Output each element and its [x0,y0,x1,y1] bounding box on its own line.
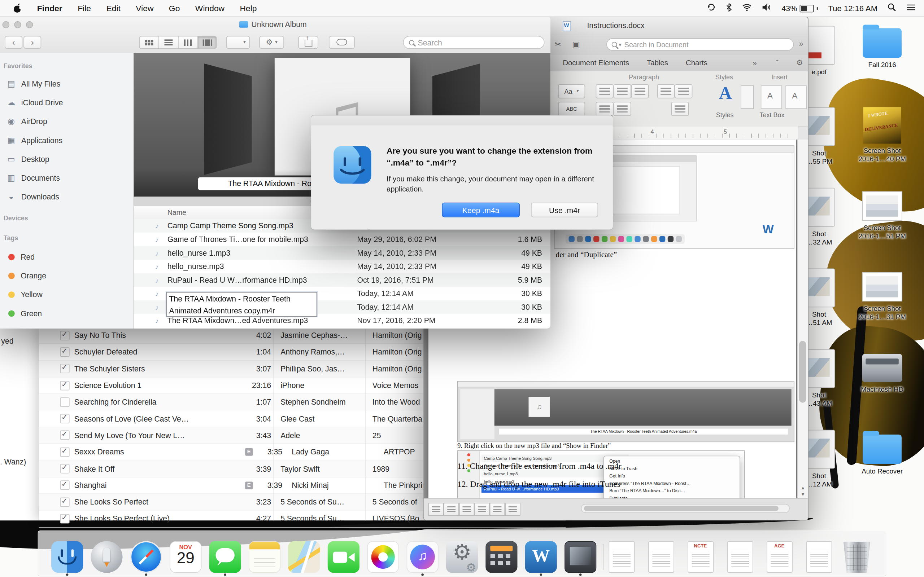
desktop-icon-macintosh-hd[interactable]: Macintosh HD [851,354,913,393]
menu-bar-clock[interactable]: Tue 12:16 AM [828,4,877,13]
icon-view-button[interactable] [139,36,158,49]
tag-blue[interactable]: Blue [0,323,133,329]
menu-item-finder[interactable]: Finder [37,3,63,13]
use-m4r-button[interactable]: Use .m4r [531,203,598,218]
song-checkbox[interactable]: ✓ [60,464,69,474]
calculator-icon[interactable] [485,541,517,573]
dialog-titlebar[interactable] [311,115,613,126]
scrollbar-thumb[interactable] [584,506,779,511]
notebook-view-button[interactable] [490,503,505,516]
file-row[interactable]: ♪ RuPaul - Read U W…rformance HD.mp3 Oct… [134,273,551,287]
document-icon[interactable] [648,541,674,573]
column-view-button[interactable] [178,36,197,49]
shape-button[interactable] [785,85,807,109]
wifi-icon[interactable] [742,3,752,13]
desktop-icon-screenshot-40pm[interactable]: I WROTE DELIVERANCE Screen Shot 2016-1…4… [851,107,913,163]
cut-icon[interactable]: ✂ [554,39,561,49]
song-checkbox[interactable]: ✓ [60,414,69,423]
volume-icon[interactable] [762,3,772,13]
sidebar-item-documents[interactable]: Documents [0,168,133,187]
song-checkbox[interactable]: ✓ [60,447,69,456]
finder-search-field[interactable]: Search [403,36,544,49]
decrease-indent-button[interactable] [657,84,675,98]
messages-icon[interactable] [209,541,241,573]
paste-icon[interactable]: ▣ [572,39,580,49]
song-checkbox[interactable]: ✓ [60,331,69,340]
list-view-button[interactable] [158,36,178,49]
keep-m4a-button[interactable]: Keep .m4a [442,203,520,218]
facetime-icon[interactable] [328,541,360,573]
styles-button[interactable]: A [714,83,737,109]
spelling-button[interactable]: ABC [558,102,585,116]
song-checkbox[interactable]: ✓ [60,364,69,373]
notes-icon[interactable] [249,541,281,573]
forward-button[interactable]: › [23,36,41,49]
document-icon[interactable] [727,541,753,573]
time-machine-icon[interactable] [707,3,716,13]
increase-indent-button[interactable] [675,84,692,98]
spacing-options-button[interactable] [671,102,689,116]
menu-item[interactable]: Go [169,3,180,13]
word-icon[interactable]: W [525,541,557,573]
menu-item[interactable]: Window [195,3,225,13]
tabs-overflow-icon[interactable]: » [753,59,757,68]
ribbon-tab[interactable]: Tables [647,58,668,67]
spotlight-search-icon[interactable] [888,3,896,13]
song-checkbox[interactable]: ✓ [60,430,69,440]
share-button[interactable] [298,36,318,49]
apple-menu-icon[interactable] [13,3,22,13]
file-row[interactable]: ♪ hello_nurse 1.mp3 May 14, 2010, 2:33 P… [134,246,551,259]
fullscreen-view-button[interactable] [505,503,520,516]
document-icon[interactable]: NCTE [687,541,713,573]
word-search-field[interactable]: ▾ Search in Document [606,38,794,50]
back-button[interactable]: ‹ [5,36,23,49]
document-icon[interactable] [609,541,635,573]
draft-view-button[interactable] [428,503,444,516]
finder-dock-icon[interactable] [51,541,83,573]
bluetooth-icon[interactable] [726,3,732,13]
desktop-icon-screenshot-31pm[interactable]: Screen Shot 2016-1…31 PM [851,272,913,321]
text-box-button[interactable] [761,85,782,109]
launchpad-icon[interactable] [90,541,122,573]
song-checkbox[interactable]: ✓ [60,347,69,357]
tag-yellow[interactable]: Yellow [0,285,133,304]
safari-icon[interactable] [130,541,162,573]
file-row[interactable]: ♪ Game of Thrones Ti…one for mobile.mp3 … [134,233,551,246]
maps-icon[interactable] [288,541,320,573]
file-row[interactable]: ♪ hello_nurse.mp3 May 14, 2010, 2:33 PM … [134,259,551,273]
scrollbar-arrows[interactable]: ▲▼ [798,485,808,498]
paragraph-mark-button[interactable] [596,102,614,116]
photos-icon[interactable] [367,541,399,573]
tag-green[interactable]: Green [0,304,133,322]
scrollbar-thumb[interactable] [799,341,806,403]
print-view-button[interactable] [474,503,489,516]
preview-icon[interactable] [564,541,596,573]
toolbar-overflow-icon[interactable]: » [799,39,803,48]
menu-item[interactable]: File [78,3,91,13]
outline-view-button[interactable] [444,503,459,516]
publishing-view-button[interactable] [459,503,474,516]
document-icon[interactable] [806,541,832,573]
action-gear-button[interactable]: ⚙▾ [259,36,284,49]
sidebar-item-downloads[interactable]: Downloads [0,187,133,206]
document-icon[interactable]: AGE [766,541,792,573]
styles-pane-button[interactable] [741,85,754,109]
multilevel-list-button[interactable] [631,84,649,98]
tag-button[interactable] [329,36,355,49]
desktop-icon-screenshot-51pm[interactable]: Screen Shot 2016-1…51 PM [851,192,913,240]
vertical-scrollbar[interactable]: ▲▼ [797,140,808,499]
menu-item[interactable]: Edit [106,3,120,13]
numbered-list-button[interactable] [614,84,631,98]
tag-red[interactable]: Red [0,247,133,266]
menu-item[interactable]: Help [240,3,257,13]
coverflow-view-button[interactable] [197,36,217,49]
song-checkbox[interactable] [60,397,69,407]
horizontal-scrollbar[interactable] [581,504,790,513]
song-checkbox[interactable]: ✓ [60,514,69,523]
ribbon-tab[interactable]: Document Elements [563,58,629,67]
song-checkbox[interactable]: ✓ [60,381,69,390]
name-column-header[interactable]: Name [168,208,186,217]
finder-titlebar[interactable]: Unknown Album ‹ › ▾ ⚙▾ Search [0,16,551,54]
calendar-icon[interactable]: NOV 29 [170,541,201,573]
desktop-icon-auto-recover[interactable]: Auto Recover [851,435,913,475]
